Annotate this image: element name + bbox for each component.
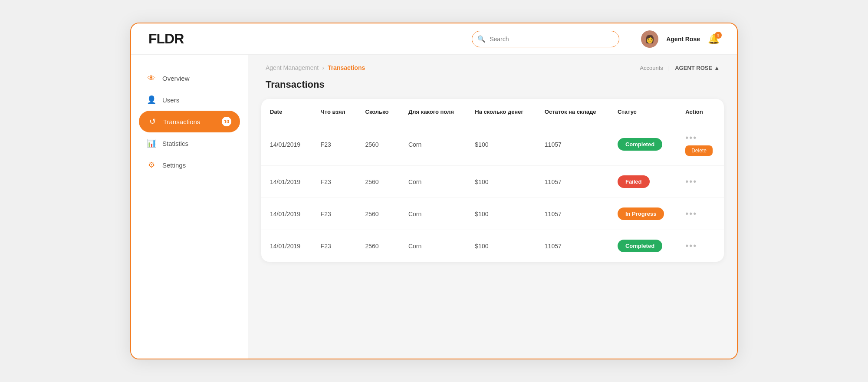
table-row: 14/01/2019 F23 2560 Corn $100 11057 Comp… [261, 230, 724, 262]
notification-badge: 3 [715, 32, 722, 39]
cell-what: F23 [312, 198, 357, 230]
col-action: Action [677, 99, 724, 123]
cell-what: F23 [312, 166, 357, 198]
breadcrumb: Agent Management › Transactions [266, 64, 365, 71]
cell-field: Corn [400, 123, 466, 166]
cell-money: $100 [466, 230, 536, 262]
cell-qty: 2560 [357, 123, 400, 166]
action-menu-button[interactable]: ••• [685, 177, 697, 187]
cell-status: In Progress [609, 198, 677, 230]
breadcrumb-current: Transactions [328, 64, 365, 71]
col-field: Для какого поля [400, 99, 466, 123]
cell-action: ••• [677, 166, 724, 198]
status-badge: Failed [618, 175, 650, 188]
transactions-badge: 10 [222, 117, 231, 126]
cell-status: Failed [609, 166, 677, 198]
col-date: Date [261, 99, 312, 123]
cell-status: Completed [609, 230, 677, 262]
status-badge: Completed [618, 240, 662, 252]
breadcrumb-parent: Agent Management [266, 64, 319, 71]
app-frame: FLDR 🔍 👩 Agent Rose 🔔 3 👁 Overview 👤 Use… [130, 23, 738, 359]
table-row: 14/01/2019 F23 2560 Corn $100 11057 Fail… [261, 166, 724, 198]
sidebar-label-users: Users [162, 96, 179, 104]
cell-qty: 2560 [357, 166, 400, 198]
delete-button[interactable]: Delete [685, 145, 713, 156]
status-badge: Completed [618, 138, 662, 151]
cell-action: ••• [677, 198, 724, 230]
search-input[interactable] [472, 31, 619, 47]
statistics-icon: 📊 [147, 138, 156, 148]
page-title-bar: Transactions [248, 76, 737, 99]
cell-field: Corn [400, 198, 466, 230]
sidebar-item-statistics[interactable]: 📊 Statistics [131, 132, 248, 154]
sidebar-item-settings[interactable]: ⚙ Settings [131, 154, 248, 176]
cell-qty: 2560 [357, 198, 400, 230]
sidebar: 👁 Overview 👤 Users ↺ Transactions 10 📊 S… [131, 55, 248, 359]
agent-rose-label: AGENT ROSE [675, 65, 712, 71]
body: 👁 Overview 👤 Users ↺ Transactions 10 📊 S… [131, 55, 737, 359]
cell-field: Corn [400, 166, 466, 198]
cell-money: $100 [466, 198, 536, 230]
transactions-table-card: Date Что взял Сколько Для какого поля На… [261, 99, 724, 262]
status-badge: In Progress [618, 207, 664, 220]
search-icon: 🔍 [477, 35, 486, 43]
col-qty: Сколько [357, 99, 400, 123]
col-status: Статус [609, 99, 677, 123]
cell-money: $100 [466, 123, 536, 166]
sidebar-item-transactions[interactable]: ↺ Transactions 10 [139, 111, 240, 132]
cell-stock: 11057 [536, 123, 609, 166]
cell-date: 14/01/2019 [261, 166, 312, 198]
breadcrumb-separator: › [322, 64, 324, 71]
page-title: Transactions [266, 79, 720, 90]
sidebar-label-overview: Overview [162, 75, 190, 82]
col-what: Что взял [312, 99, 357, 123]
agent-name: Agent Rose [666, 36, 700, 43]
accounts-link[interactable]: Accounts [640, 65, 663, 71]
col-stock: Остаток на складе [536, 99, 609, 123]
agent-rose-link[interactable]: AGENT ROSE ▲ [675, 65, 720, 71]
topbar-right: Accounts | AGENT ROSE ▲ [640, 65, 720, 71]
sidebar-label-transactions: Transactions [163, 118, 200, 125]
action-menu-button[interactable]: ••• [685, 241, 697, 251]
table-body: 14/01/2019 F23 2560 Corn $100 11057 Comp… [261, 123, 724, 262]
logo: FLDR [148, 31, 184, 47]
table-header: Date Что взял Сколько Для какого поля На… [261, 99, 724, 123]
transactions-icon: ↺ [148, 117, 157, 126]
overview-icon: 👁 [147, 74, 156, 83]
table-row: 14/01/2019 F23 2560 Corn $100 11057 Comp… [261, 123, 724, 166]
sidebar-label-statistics: Statistics [162, 140, 188, 147]
sidebar-item-overview[interactable]: 👁 Overview [131, 68, 248, 89]
topbar-divider: | [668, 65, 670, 71]
action-menu-button[interactable]: ••• [685, 133, 697, 143]
cell-money: $100 [466, 166, 536, 198]
cell-date: 14/01/2019 [261, 230, 312, 262]
cell-what: F23 [312, 123, 357, 166]
bell-button[interactable]: 🔔 3 [708, 33, 720, 45]
cell-qty: 2560 [357, 230, 400, 262]
cell-field: Corn [400, 230, 466, 262]
cell-stock: 11057 [536, 198, 609, 230]
header-right: 👩 Agent Rose 🔔 3 [641, 30, 720, 48]
main-content: Agent Management › Transactions Accounts… [248, 55, 737, 359]
agent-rose-arrow: ▲ [714, 65, 720, 71]
cell-status: Completed [609, 123, 677, 166]
search-wrap: 🔍 [472, 31, 619, 47]
cell-stock: 11057 [536, 230, 609, 262]
col-money: На сколько денег [466, 99, 536, 123]
settings-icon: ⚙ [147, 160, 156, 170]
topbar: Agent Management › Transactions Accounts… [248, 55, 737, 76]
cell-action: ••• Delete [677, 123, 724, 166]
transactions-table: Date Что взял Сколько Для какого поля На… [261, 99, 724, 262]
table-row: 14/01/2019 F23 2560 Corn $100 11057 In P… [261, 198, 724, 230]
cell-stock: 11057 [536, 166, 609, 198]
cell-date: 14/01/2019 [261, 198, 312, 230]
sidebar-label-settings: Settings [162, 161, 186, 169]
users-icon: 👤 [147, 95, 156, 105]
cell-date: 14/01/2019 [261, 123, 312, 166]
avatar: 👩 [641, 30, 658, 48]
cell-what: F23 [312, 230, 357, 262]
header: FLDR 🔍 👩 Agent Rose 🔔 3 [131, 23, 737, 55]
cell-action: ••• [677, 230, 724, 262]
action-menu-button[interactable]: ••• [685, 209, 697, 219]
sidebar-item-users[interactable]: 👤 Users [131, 89, 248, 111]
